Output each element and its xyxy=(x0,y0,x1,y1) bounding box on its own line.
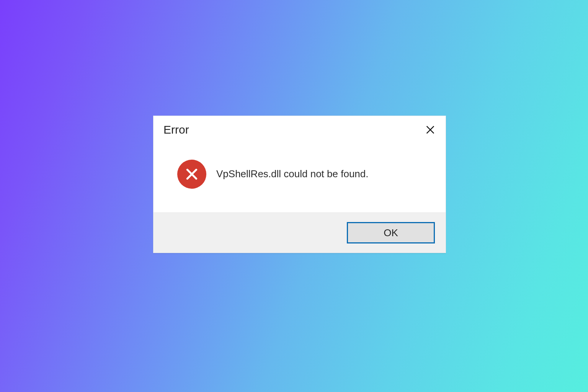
close-button[interactable] xyxy=(422,121,439,138)
error-message: VpShellRes.dll could not be found. xyxy=(216,168,369,181)
close-icon xyxy=(425,124,436,135)
error-icon xyxy=(177,160,206,189)
dialog-content: VpShellRes.dll could not be found. xyxy=(154,144,446,212)
titlebar: Error xyxy=(154,116,446,144)
button-bar: OK xyxy=(154,212,446,253)
ok-button[interactable]: OK xyxy=(347,222,435,243)
error-dialog: Error VpShellRes.dll could not be found.… xyxy=(153,116,446,253)
dialog-title: Error xyxy=(163,123,189,136)
